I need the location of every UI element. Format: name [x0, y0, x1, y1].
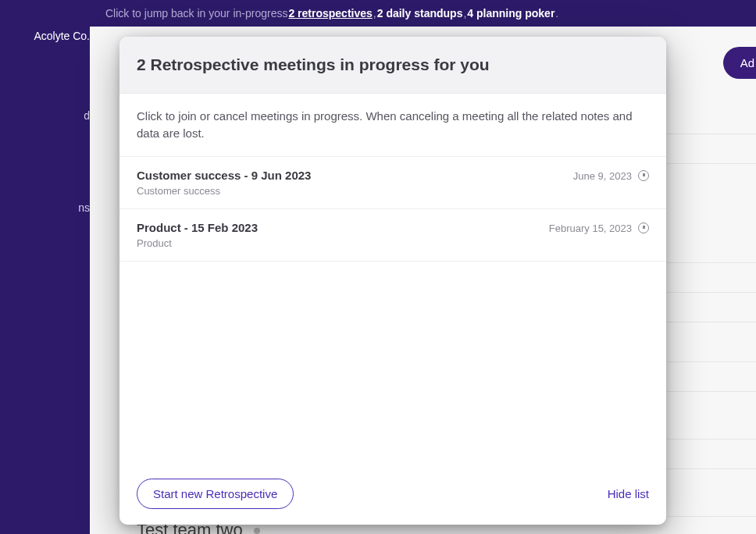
- meeting-team: Product: [137, 237, 549, 249]
- modal-header: 2 Retrospective meetings in progress for…: [119, 37, 666, 94]
- meeting-title: Customer success - 9 Jun 2023: [137, 169, 573, 182]
- meeting-list: Customer success - 9 Jun 2023 Customer s…: [119, 157, 666, 464]
- meeting-meta: June 9, 2023: [573, 169, 649, 182]
- org-name[interactable]: Acolyte Co.: [0, 23, 90, 48]
- sidebar: Acolyte Co. d ns: [0, 0, 90, 534]
- start-retrospective-button[interactable]: Start new Retrospective: [137, 479, 294, 509]
- modal-footer: Start new Retrospective Hide list: [119, 463, 666, 525]
- stopwatch-icon: [638, 222, 649, 233]
- meeting-team: Customer success: [137, 185, 573, 197]
- sidebar-nav-item-2[interactable]: ns: [0, 195, 90, 220]
- meeting-info: Product - 15 Feb 2023 Product: [137, 221, 549, 249]
- meeting-title: Product - 15 Feb 2023: [137, 221, 549, 234]
- banner-retro-link[interactable]: 2 retrospectives: [288, 7, 372, 20]
- banner-sep2: ,: [463, 7, 466, 20]
- team-status-dot-icon: [254, 528, 260, 534]
- add-button[interactable]: Ad: [723, 47, 756, 79]
- banner-sep1: ,: [373, 7, 376, 20]
- retrospective-modal: 2 Retrospective meetings in progress for…: [119, 37, 666, 525]
- stopwatch-icon: [638, 170, 649, 181]
- meeting-row[interactable]: Customer success - 9 Jun 2023 Customer s…: [119, 157, 666, 209]
- banner-suffix: .: [555, 7, 558, 20]
- modal-title: 2 Retrospective meetings in progress for…: [137, 55, 649, 74]
- sidebar-nav-item-1[interactable]: d: [0, 103, 90, 128]
- meeting-date: June 9, 2023: [573, 170, 632, 182]
- in-progress-banner: Click to jump back in your in-progress 2…: [90, 0, 756, 27]
- meeting-info: Customer success - 9 Jun 2023 Customer s…: [137, 169, 573, 197]
- banner-standups-link[interactable]: 2 daily standups: [377, 7, 463, 20]
- meeting-row[interactable]: Product - 15 Feb 2023 Product February 1…: [119, 209, 666, 262]
- meeting-meta: February 15, 2023: [549, 221, 649, 234]
- hide-list-button[interactable]: Hide list: [608, 487, 649, 500]
- banner-prefix: Click to jump back in your in-progress: [105, 7, 287, 20]
- meeting-date: February 15, 2023: [549, 222, 632, 234]
- banner-poker-link[interactable]: 4 planning poker: [467, 7, 555, 20]
- modal-description: Click to join or cancel meetings in prog…: [119, 94, 666, 157]
